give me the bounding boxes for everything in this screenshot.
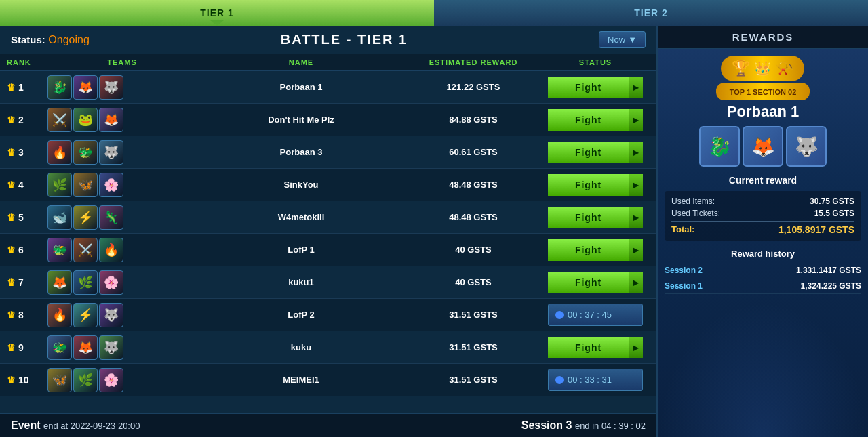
fight-button-wrapper: Fight▶: [548, 239, 643, 261]
fight-button[interactable]: Fight: [548, 77, 629, 98]
teams-cell: ⚔️🐸🦊: [47, 108, 197, 132]
history-label: Session 2: [665, 266, 703, 275]
timer-text: 00 : 37 : 45: [568, 310, 612, 320]
name-cell: W4metokill: [197, 212, 406, 222]
session-info: Session 3 end in 04 : 39 : 02: [521, 419, 646, 432]
fight-chevron-button[interactable]: ▶: [629, 207, 643, 228]
table-row: ♛9🐲🦊🐺kuku31.51 GSTSFight▶: [0, 331, 656, 364]
team-avatar: ⚡: [73, 205, 98, 230]
rank-cell: ♛7: [7, 277, 47, 288]
crown-icon: ♛: [7, 82, 16, 93]
winner-avatar-1: 🐉: [699, 126, 740, 167]
teams-cell: 🔥⚡🐺: [47, 303, 197, 327]
tabs-container: TIER 1 TIER 2: [0, 0, 868, 26]
tab-tier1[interactable]: TIER 1: [0, 0, 434, 26]
used-items-label: Used Items:: [671, 196, 715, 206]
timer-display: 00 : 37 : 45: [548, 304, 643, 326]
fight-chevron-button[interactable]: ▶: [629, 239, 643, 261]
table-row: ♛4🌿🦋🌸SinkYou48.48 GSTSFight▶: [0, 169, 656, 201]
table-row: ♛2⚔️🐸🦊Don't Hit Me Plz84.88 GSTSFight▶: [0, 104, 656, 136]
total-label: Total:: [671, 224, 694, 235]
reward-cell: 84.88 GSTS: [406, 115, 541, 125]
fight-button-wrapper: Fight▶: [548, 142, 643, 163]
reward-table: Used Items: 30.75 GSTS Used Tickets: 15.…: [665, 191, 861, 241]
fight-chevron-button[interactable]: ▶: [629, 142, 643, 163]
fight-button[interactable]: Fight: [548, 337, 629, 358]
event-end-text: end at 2022-09-23 20:00: [43, 421, 140, 431]
winner-avatar-3: 🐺: [786, 126, 827, 167]
bg-decoration: [658, 301, 868, 437]
winner-avatar-2: 🦊: [743, 126, 783, 167]
teams-cell: 🌿🦋🌸: [47, 173, 197, 197]
teams-cell: 🐋⚡🦎: [47, 205, 197, 230]
now-button[interactable]: Now ▼: [599, 31, 646, 48]
now-label: Now: [608, 35, 625, 45]
rank-cell: ♛1: [7, 82, 47, 93]
reward-history-title: Reward history: [731, 249, 795, 259]
fight-chevron-button[interactable]: ▶: [629, 272, 643, 293]
fight-chevron-button[interactable]: ▶: [629, 109, 643, 131]
name-cell: LofP 1: [197, 245, 406, 255]
name-cell: Don't Hit Me Plz: [197, 115, 406, 125]
name-cell: kuku1: [197, 277, 406, 287]
history-amount: 1,324.225 GSTS: [801, 281, 861, 291]
rank-number: 7: [18, 277, 24, 288]
fight-button-wrapper: Fight▶: [548, 174, 643, 196]
col-reward: ESTIMATED REWARD: [406, 58, 541, 66]
fight-chevron-button[interactable]: ▶: [629, 77, 643, 98]
fight-chevron-button[interactable]: ▶: [629, 337, 643, 358]
team-avatar: 🌸: [99, 368, 123, 392]
rank-number: 3: [18, 147, 24, 158]
crown-icon: ♛: [7, 180, 16, 190]
history-label: Session 1: [665, 281, 703, 291]
table-body: ♛1🐉🦊🐺Porbaan 1121.22 GSTSFight▶♛2⚔️🐸🦊Don…: [0, 71, 656, 413]
status-cell: Fight▶: [541, 77, 650, 98]
teams-cell: 🐲⚔️🔥: [47, 238, 197, 262]
tab-tier2-label: TIER 2: [634, 7, 668, 18]
used-tickets-row: Used Tickets: 15.5 GSTS: [671, 209, 854, 218]
total-value: 1,105.8917 GSTS: [778, 224, 854, 235]
status-cell: Fight▶: [541, 142, 650, 163]
table-row: ♛6🐲⚔️🔥LofP 140 GSTSFight▶: [0, 234, 656, 266]
team-avatar: 🌿: [47, 173, 72, 197]
team-avatar: 🐺: [99, 303, 123, 327]
fight-chevron-button[interactable]: ▶: [629, 174, 643, 196]
team-avatar: 🐉: [47, 75, 72, 100]
rank-number: 5: [18, 212, 24, 223]
fight-button[interactable]: Fight: [548, 239, 629, 261]
crown-icon: ♛: [7, 115, 16, 125]
status-label: Status:: [11, 34, 45, 45]
team-avatar: 🦋: [73, 173, 98, 197]
team-avatar: 🐲: [73, 140, 98, 165]
team-avatar: 🔥: [47, 303, 72, 327]
team-avatar: 🐲: [47, 335, 72, 360]
teams-cell: 🐲🦊🐺: [47, 335, 197, 360]
rewards-body: 🏆 👑 📯 TOP 1 SECTION 02 Porbaan 1 🐉 🦊 🐺 C…: [658, 49, 868, 437]
reward-cell: 48.48 GSTS: [406, 212, 541, 222]
team-avatar: 🦊: [73, 335, 98, 360]
name-cell: MEIMEI1: [197, 375, 406, 385]
fight-button[interactable]: Fight: [548, 142, 629, 163]
table-header: RANK TEAMS NAME ESTIMATED REWARD STATUS: [0, 54, 656, 71]
rank-number: 8: [18, 310, 24, 320]
tab-tier2[interactable]: TIER 2: [434, 0, 868, 26]
team-avatar: 🔥: [99, 238, 123, 262]
used-items-row: Used Items: 30.75 GSTS: [671, 196, 854, 206]
reward-cell: 40 GSTS: [406, 245, 541, 255]
status-cell: 00 : 33 : 31: [541, 369, 650, 391]
rank-number: 10: [18, 375, 29, 386]
fight-button[interactable]: Fight: [548, 272, 629, 293]
total-row: Total: 1,105.8917 GSTS: [671, 221, 854, 235]
chevron-down-icon: ▼: [628, 35, 637, 45]
table-row: ♛1🐉🦊🐺Porbaan 1121.22 GSTSFight▶: [0, 71, 656, 104]
fight-button[interactable]: Fight: [548, 207, 629, 228]
status-value: Ongoing: [48, 34, 90, 45]
teams-cell: 🔥🐲🐺: [47, 140, 197, 165]
reward-cell: 40 GSTS: [406, 277, 541, 287]
reward-cell: 60.61 GSTS: [406, 147, 541, 157]
reward-cell: 48.48 GSTS: [406, 180, 541, 190]
fight-button[interactable]: Fight: [548, 109, 629, 131]
fight-button[interactable]: Fight: [548, 174, 629, 196]
history-row: Session 11,324.225 GSTS: [665, 278, 861, 294]
crown-icon: ♛: [7, 375, 16, 386]
